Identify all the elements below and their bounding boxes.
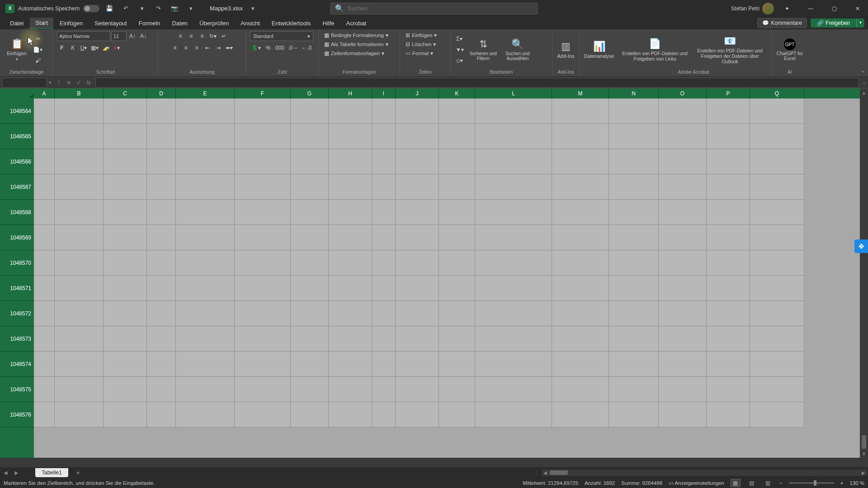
cell[interactable] [104,276,147,301]
cell[interactable] [707,276,750,301]
file-name[interactable]: Mappe3.xlsx [210,5,243,12]
row-header-1048570[interactable]: 1048570 [0,250,34,276]
cell[interactable] [707,402,750,427]
cell[interactable] [372,250,396,276]
cell[interactable] [609,200,659,225]
cell[interactable] [475,402,552,427]
cell[interactable] [707,352,750,377]
add-sheet-icon[interactable]: + [73,469,84,476]
cell[interactable] [291,250,329,276]
cell[interactable] [176,124,235,149]
column-header-K[interactable]: K [439,89,475,99]
fill-color-icon[interactable]: ◢▾ [101,43,111,53]
accounting-icon[interactable]: 💲▾ [250,43,262,53]
cell[interactable] [329,352,372,377]
tab-acrobat[interactable]: Acrobat [341,18,372,28]
tab-formeln[interactable]: Formeln [133,18,166,28]
cell[interactable] [659,276,707,301]
cell[interactable] [609,124,659,149]
cell[interactable] [291,352,329,377]
cell[interactable] [235,326,291,352]
zoom-out-icon[interactable]: − [779,480,783,486]
cell[interactable] [707,200,750,225]
sort-filter-button[interactable]: ⇅Sortieren und Filtern [467,37,500,63]
cell[interactable] [396,276,439,301]
cell[interactable] [235,402,291,427]
cell[interactable] [329,402,372,427]
cell[interactable] [707,225,750,250]
font-size-combo[interactable]: 11 [111,31,127,41]
cell[interactable] [439,174,475,200]
tab-hilfe[interactable]: Hilfe [317,18,340,28]
cell[interactable] [329,124,372,149]
cell[interactable] [396,352,439,377]
cell[interactable] [329,301,372,326]
cell[interactable] [34,276,55,301]
cell[interactable] [176,149,235,174]
cell[interactable] [750,377,804,402]
file-drop-icon[interactable]: ▾ [246,2,259,15]
cell[interactable] [707,326,750,352]
cell[interactable] [396,326,439,352]
row-header-1048571[interactable]: 1048571 [0,276,34,301]
undo-drop-icon[interactable]: ▾ [136,2,148,15]
column-header-A[interactable]: A [34,89,55,99]
number-format-combo[interactable]: Standard▾ [250,31,313,41]
data-analysis-button[interactable]: 📊Datenanalyse [583,39,615,61]
scroll-down-icon[interactable]: ▼ [860,450,868,458]
cell[interactable] [55,250,104,276]
search-input[interactable] [348,5,533,12]
cell[interactable] [147,301,176,326]
cell[interactable] [147,377,176,402]
cell[interactable] [104,377,147,402]
cell[interactable] [552,149,609,174]
row-header-1048572[interactable]: 1048572 [0,301,34,326]
maximize-icon[interactable]: ▢ [824,0,844,17]
cell[interactable] [707,377,750,402]
split-icon[interactable]: ⋮ [534,470,539,476]
camera-icon[interactable]: 📷 [168,2,181,15]
tab-datei[interactable]: Datei [5,18,29,28]
cell[interactable] [396,301,439,326]
cell[interactable] [659,225,707,250]
cell[interactable] [176,352,235,377]
cell[interactable] [552,174,609,200]
cell[interactable] [235,200,291,225]
cell[interactable] [329,174,372,200]
cell[interactable] [750,99,804,124]
cell[interactable] [439,124,475,149]
cell[interactable] [329,276,372,301]
cell[interactable] [552,326,609,352]
align-center-icon[interactable]: ≡ [181,43,191,53]
cell[interactable] [235,276,291,301]
cell[interactable] [750,326,804,352]
user-name[interactable]: Stefan Petri [731,5,760,12]
cell[interactable] [176,250,235,276]
align-left-icon[interactable]: ≡ [170,43,180,53]
cell[interactable] [609,276,659,301]
horizontal-scrollbar[interactable]: ◀ ▶ [542,469,867,476]
column-header-F[interactable]: F [235,89,291,99]
decrease-indent-icon[interactable]: ⇤ [203,43,212,53]
cell[interactable] [552,124,609,149]
cell[interactable] [34,99,55,124]
view-normal-icon[interactable]: ▦ [731,479,741,487]
wrap-text-icon[interactable]: ↵ [219,31,229,41]
cell[interactable] [552,377,609,402]
cell[interactable] [34,124,55,149]
cell[interactable] [291,326,329,352]
cell[interactable] [707,301,750,326]
comma-icon[interactable]: 000 [274,43,286,53]
tab-seitenlayout[interactable]: Seitenlayout [89,18,132,28]
formula-input[interactable] [95,78,859,88]
share-dropdown[interactable]: ▾ [856,19,864,28]
select-all-cells[interactable] [0,89,34,99]
cells-area[interactable] [34,99,860,458]
copy-icon[interactable]: 📄▾ [32,45,44,55]
cell[interactable] [104,99,147,124]
cell[interactable] [176,402,235,427]
fx-icon[interactable]: fx [84,78,94,88]
cell[interactable] [750,250,804,276]
cell[interactable] [34,377,55,402]
tab-ansicht[interactable]: Ansicht [235,18,265,28]
